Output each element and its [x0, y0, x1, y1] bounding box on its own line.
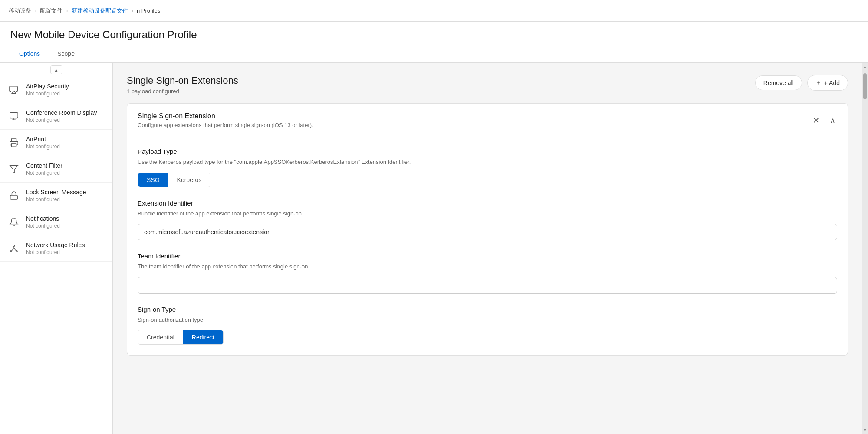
section-actions: Remove all ＋ + Add — [755, 75, 848, 91]
app-container: 移动设备 › 配置文件 › 新建移动设备配置文件 › n Profiles Ne… — [0, 0, 868, 434]
nav-new-profile[interactable]: 新建移动设备配置文件 — [72, 7, 128, 15]
top-nav: 移动设备 › 配置文件 › 新建移动设备配置文件 › n Profiles — [0, 0, 868, 22]
network-usage-subtitle: Not configured — [26, 249, 85, 255]
extension-identifier-section: Extension Identifier Bundle identifier o… — [138, 199, 837, 241]
content-filter-title: Content Filter — [26, 162, 62, 169]
payload-type-section: Payload Type Use the Kerberos payload ty… — [138, 148, 837, 187]
card-title: Single Sign-on Extension — [138, 112, 313, 120]
card-description: Configure app extensions that perform si… — [138, 122, 313, 128]
tab-options[interactable]: Options — [10, 46, 49, 62]
scroll-up-arrow[interactable]: ▲ — [863, 65, 867, 69]
right-scrollbar: ▲ ▼ — [862, 63, 868, 434]
sidebar-item-lock-screen[interactable]: Lock Screen Message Not configured — [0, 183, 112, 209]
sidebar-item-notifications[interactable]: Notifications Not configured — [0, 209, 112, 235]
team-identifier-label: Team Identifier — [138, 252, 837, 260]
add-button[interactable]: ＋ + Add — [807, 75, 848, 91]
airplay-icon — [7, 83, 21, 97]
lock-screen-title: Lock Screen Message — [26, 189, 86, 196]
redirect-button[interactable]: Redirect — [183, 330, 223, 344]
svg-rect-4 — [10, 195, 18, 199]
section-title-block: Single Sign-on Extensions 1 payload conf… — [127, 75, 238, 95]
filter-icon — [7, 162, 21, 176]
network-usage-title: Network Usage Rules — [26, 241, 85, 248]
card-header: Single Sign-on Extension Configure app e… — [127, 104, 848, 137]
sidebar-item-conference-room[interactable]: Conference Room Display Not configured — [0, 103, 112, 130]
page-tabs: Options Scope — [10, 46, 858, 62]
sidebar-scroll-up-button[interactable]: ▲ — [50, 65, 62, 74]
main-layout: ▲ AirPlay Security Not configured — [0, 63, 868, 434]
sso-extension-card: Single Sign-on Extension Configure app e… — [127, 103, 848, 356]
payload-type-toggle: SSO Kerberos — [138, 173, 210, 187]
content-area: Single Sign-on Extensions 1 payload conf… — [113, 63, 862, 434]
notifications-title: Notifications — [26, 215, 60, 222]
airplay-security-subtitle: Not configured — [26, 91, 69, 97]
notifications-subtitle: Not configured — [26, 223, 60, 229]
sidebar: ▲ AirPlay Security Not configured — [0, 63, 113, 434]
card-close-button[interactable]: ✕ — [811, 114, 821, 127]
network-icon — [7, 241, 21, 255]
section-subtitle: 1 payload configured — [127, 88, 238, 95]
tab-scope[interactable]: Scope — [49, 46, 83, 62]
page-title: New Mobile Device Configuration Profile — [10, 29, 858, 41]
scroll-down-arrow[interactable]: ▼ — [863, 428, 867, 432]
bell-icon — [7, 215, 21, 229]
display-icon — [7, 109, 21, 123]
svg-point-6 — [10, 251, 12, 252]
svg-marker-0 — [12, 91, 16, 94]
svg-marker-3 — [10, 166, 18, 173]
sidebar-item-airprint[interactable]: AirPrint Not configured — [0, 130, 112, 156]
extension-identifier-label: Extension Identifier — [138, 199, 837, 207]
airprint-subtitle: Not configured — [26, 144, 60, 150]
plus-icon: ＋ — [815, 79, 822, 87]
sidebar-scroll-up: ▲ — [0, 63, 112, 77]
scroll-thumb — [863, 73, 867, 99]
conference-room-title: Conference Room Display — [26, 109, 97, 116]
print-icon — [7, 136, 21, 150]
content-filter-subtitle: Not configured — [26, 170, 62, 176]
sign-on-type-section: Sign-on Type Sign-on authorization type … — [138, 306, 837, 345]
extension-identifier-input[interactable] — [138, 224, 837, 240]
conference-room-subtitle: Not configured — [26, 117, 97, 123]
credential-button[interactable]: Credential — [138, 330, 183, 344]
remove-all-button[interactable]: Remove all — [755, 75, 802, 90]
airplay-security-title: AirPlay Security — [26, 83, 69, 90]
card-collapse-button[interactable]: ∧ — [828, 114, 837, 127]
section-title: Single Sign-on Extensions — [127, 75, 238, 86]
add-label: + Add — [824, 79, 840, 86]
card-body: Payload Type Use the Kerberos payload ty… — [127, 137, 848, 355]
svg-point-5 — [13, 245, 15, 247]
section-header: Single Sign-on Extensions 1 payload conf… — [113, 63, 862, 103]
svg-rect-2 — [12, 144, 16, 147]
team-identifier-description: The team identifier of the app extension… — [138, 262, 837, 271]
extension-identifier-description: Bundle identifier of the app extension t… — [138, 209, 837, 218]
sign-on-type-label: Sign-on Type — [138, 306, 837, 313]
lock-screen-subtitle: Not configured — [26, 196, 86, 202]
team-identifier-input[interactable] — [138, 277, 837, 294]
page-header: New Mobile Device Configuration Profile … — [0, 22, 868, 63]
sign-on-type-toggle: Credential Redirect — [138, 330, 224, 345]
payload-sso-button[interactable]: SSO — [138, 173, 168, 187]
team-identifier-section: Team Identifier The team identifier of t… — [138, 252, 837, 294]
lock-icon — [7, 189, 21, 202]
sign-on-type-description: Sign-on authorization type — [138, 316, 837, 324]
payload-type-description: Use the Kerberos payload type for the "c… — [138, 158, 837, 166]
nav-n-profiles: n Profiles — [137, 7, 160, 14]
nav-mobile-devices[interactable]: 移动设备 — [9, 7, 31, 15]
card-header-left: Single Sign-on Extension Configure app e… — [138, 112, 313, 128]
airprint-title: AirPrint — [26, 136, 60, 143]
payload-kerberos-button[interactable]: Kerberos — [168, 173, 210, 187]
card-header-actions: ✕ ∧ — [811, 114, 837, 127]
nav-config-files[interactable]: 配置文件 — [40, 7, 62, 15]
svg-rect-1 — [10, 113, 18, 118]
sidebar-item-content-filter[interactable]: Content Filter Not configured — [0, 156, 112, 183]
sidebar-item-airplay-security[interactable]: AirPlay Security Not configured — [0, 77, 112, 103]
payload-type-label: Payload Type — [138, 148, 837, 155]
svg-point-7 — [16, 251, 18, 252]
sidebar-item-network-usage[interactable]: Network Usage Rules Not configured — [0, 235, 112, 262]
